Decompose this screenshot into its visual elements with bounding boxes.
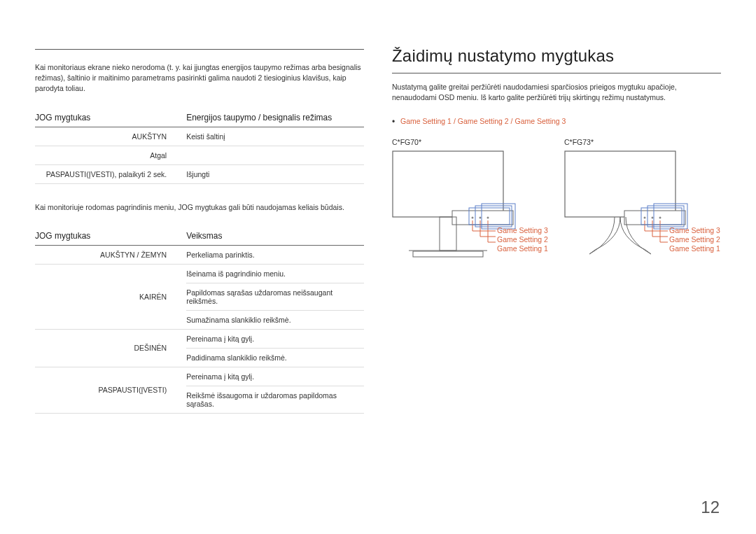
svg-point-3: [479, 217, 482, 219]
table-row: AUKŠTYN Keisti šaltinį: [35, 127, 364, 146]
svg-rect-1: [452, 211, 513, 225]
legend-item: Game Setting 1: [669, 244, 720, 253]
table1-head2: Energijos taupymo / besignalis režimas: [186, 108, 364, 127]
right-column: Žaidimų nustatymo mygtukas Nustatymą gal…: [392, 49, 721, 432]
svg-point-2: [472, 217, 474, 219]
svg-point-4: [487, 217, 489, 219]
jog-table-power: JOG mygtukas Energijos taupymo / besigna…: [35, 108, 364, 184]
setting-item: Game Setting 1: [400, 117, 451, 125]
model-label: C*FG73*: [564, 138, 724, 146]
table-row: Atgal: [35, 146, 364, 164]
svg-point-13: [644, 217, 646, 219]
setting-item: Game Setting 3: [514, 117, 566, 125]
monitor-icon: [392, 150, 552, 276]
intro-paragraph-2: Kai monitoriuje rodomas pagrindinis meni…: [35, 202, 364, 213]
section-title: Žaidimų nustatymo mygtukas: [392, 46, 721, 73]
table-row: PASPAUSTI(ĮVESTI), palaikyti 2 sek. Išju…: [35, 164, 364, 183]
svg-point-14: [652, 217, 654, 219]
page-number: 12: [701, 498, 720, 517]
legend-item: Game Setting 3: [497, 226, 548, 235]
intro-paragraph-1: Kai monitoriaus ekrane nieko nerodoma (t…: [35, 62, 364, 94]
legend-item: Game Setting 2: [669, 235, 720, 244]
jog-table-actions: JOG mygtukas Veiksmas AUKŠTYN / ŽEMYN Pe…: [35, 227, 364, 414]
table-row: DEŠINĖN Pereinama į kitą gylį.: [35, 329, 364, 348]
model-diagrams: C*FG70*: [392, 138, 721, 279]
table-row: KAIRĖN Išeinama iš pagrindinio meniu.: [35, 264, 364, 283]
left-column: Kai monitoriaus ekrane nieko nerodoma (t…: [35, 49, 364, 432]
table2-head1: JOG mygtukas: [35, 227, 186, 246]
svg-rect-12: [624, 211, 685, 225]
model-cfg70: C*FG70*: [392, 138, 552, 279]
monitor-icon: [564, 150, 724, 276]
setting-item: Game Setting 2: [458, 117, 509, 125]
svg-point-15: [659, 217, 662, 219]
table-row: PASPAUSTI(ĮVESTI) Pereinama į kitą gylį.: [35, 367, 364, 386]
legend-item: Game Setting 2: [497, 235, 548, 244]
table2-head2: Veiksmas: [186, 227, 364, 246]
svg-rect-7: [413, 251, 483, 257]
model-label: C*FG70*: [392, 138, 552, 146]
model-cfg73: C*FG73*: [564, 138, 724, 279]
game-setting-bullet: Game Setting 1 / Game Setting 2 / Game S…: [400, 117, 721, 125]
right-intro: Nustatymą galite greitai peržiūrėti naud…: [392, 82, 721, 103]
legend-item: Game Setting 1: [497, 244, 548, 253]
svg-rect-11: [565, 151, 676, 217]
legend-item: Game Setting 3: [669, 226, 720, 235]
table1-head1: JOG mygtukas: [35, 108, 186, 127]
svg-rect-0: [393, 151, 503, 217]
table-row: AUKŠTYN / ŽEMYN Perkeliama parinktis.: [35, 245, 364, 264]
